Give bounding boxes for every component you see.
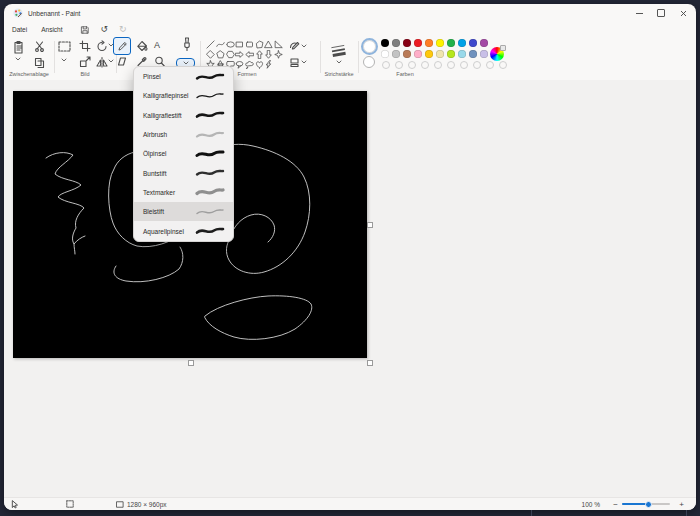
brush-menu-item[interactable]: Bleistift <box>134 202 233 221</box>
color-swatch[interactable] <box>392 39 400 47</box>
empty-color-slot[interactable] <box>395 61 403 69</box>
shape-arrow-left-icon[interactable] <box>245 49 255 59</box>
shape-heart-icon[interactable] <box>254 59 264 69</box>
pencil-tool-button[interactable] <box>113 37 131 55</box>
shape-line-icon[interactable] <box>206 39 216 49</box>
color-swatch[interactable] <box>447 50 455 58</box>
zoom-out-button[interactable]: − <box>613 498 618 510</box>
color-swatch[interactable] <box>403 50 411 58</box>
maximize-button[interactable] <box>650 4 672 22</box>
zoom-slider[interactable] <box>622 498 670 510</box>
crop-button[interactable] <box>79 40 91 52</box>
redo-button[interactable]: ↻ <box>119 25 127 34</box>
color-swatch[interactable] <box>436 39 444 47</box>
shape-curve-icon[interactable] <box>216 39 226 49</box>
empty-color-slot[interactable] <box>499 61 507 69</box>
color-swatch[interactable] <box>436 50 444 58</box>
brush-tool-button[interactable] <box>181 37 193 53</box>
color-swatch[interactable] <box>425 39 433 47</box>
text-tool-button[interactable]: A <box>154 40 160 50</box>
undo-button[interactable]: ↺ <box>101 25 109 34</box>
zoom-slider-track[interactable] <box>622 503 670 505</box>
shape-triangle-icon[interactable] <box>264 39 274 49</box>
color-swatch[interactable] <box>392 50 400 58</box>
shape-arrow-up-icon[interactable] <box>254 49 264 59</box>
stroke-width-dropdown-chevron-icon[interactable] <box>336 60 342 64</box>
outline-dropdown-chevron-icon[interactable] <box>301 44 307 48</box>
select-dropdown-chevron-icon[interactable] <box>61 58 67 62</box>
shape-outline-button[interactable] <box>289 41 300 52</box>
fill-tool-button[interactable] <box>136 40 148 52</box>
eraser-tool-button[interactable] <box>116 56 128 67</box>
taskbar-detail <box>686 510 687 516</box>
empty-color-slot[interactable] <box>447 61 455 69</box>
brush-menu-item[interactable]: Kalligrafiestift <box>134 106 233 125</box>
color-swatch[interactable] <box>403 39 411 47</box>
menu-datei[interactable]: Datei <box>6 24 33 35</box>
empty-color-slot[interactable] <box>421 61 429 69</box>
zoom-in-button[interactable]: + <box>679 498 684 510</box>
shape-rounded-rectangle-icon[interactable] <box>245 39 255 49</box>
brush-menu-item[interactable]: Aquarellpinsel <box>134 221 233 240</box>
shape-rectangle-icon[interactable] <box>235 39 245 49</box>
shape-lightning-icon[interactable] <box>264 59 274 69</box>
shape-right-triangle-icon[interactable] <box>274 39 284 49</box>
shape-arrow-down-icon[interactable] <box>264 49 274 59</box>
color-swatch[interactable] <box>447 39 455 47</box>
paste-dropdown-chevron-icon[interactable] <box>15 57 21 61</box>
color-swatch[interactable] <box>469 39 477 47</box>
color-swatch[interactable] <box>458 50 466 58</box>
canvas-resize-handle-corner[interactable] <box>367 360 373 366</box>
color1-selector[interactable] <box>361 38 378 55</box>
shape-fill-button[interactable] <box>289 57 300 68</box>
stroke-width-button[interactable] <box>330 43 347 61</box>
color-swatch[interactable] <box>469 50 477 58</box>
flip-button[interactable] <box>96 56 108 68</box>
shape-hexagon-icon[interactable] <box>225 49 235 59</box>
menu-ansicht[interactable]: Ansicht <box>35 24 68 35</box>
color-swatch[interactable] <box>480 50 488 58</box>
shape-polygon-icon[interactable] <box>254 39 264 49</box>
empty-color-slot[interactable] <box>382 61 390 69</box>
color-swatch[interactable] <box>414 39 422 47</box>
rotate-button[interactable] <box>96 40 108 52</box>
shape-oval-callout-icon[interactable] <box>235 59 245 69</box>
paste-button[interactable] <box>12 40 25 55</box>
color2-selector[interactable] <box>363 56 375 68</box>
brush-menu-item[interactable]: Ölpinsel <box>134 144 233 163</box>
select-button[interactable] <box>58 41 71 52</box>
cut-button[interactable] <box>34 41 45 52</box>
resize-button[interactable] <box>79 56 91 68</box>
color-swatch[interactable] <box>458 39 466 47</box>
empty-color-slot[interactable] <box>486 61 494 69</box>
color-swatch[interactable] <box>425 50 433 58</box>
fill-dropdown-chevron-icon[interactable] <box>301 60 307 64</box>
brush-menu-item[interactable]: Textmarker <box>134 183 233 202</box>
empty-color-slot[interactable] <box>434 61 442 69</box>
brush-menu-item[interactable]: Airbrush <box>134 125 233 144</box>
close-button[interactable] <box>672 4 694 22</box>
empty-color-slot[interactable] <box>473 61 481 69</box>
zoom-slider-thumb[interactable] <box>645 501 652 508</box>
shape-diamond-icon[interactable] <box>206 49 216 59</box>
shape-ellipse-icon[interactable] <box>225 39 235 49</box>
empty-color-slot[interactable] <box>408 61 416 69</box>
shape-cloud-callout-icon[interactable] <box>245 59 255 69</box>
minimize-button[interactable] <box>628 4 650 22</box>
brush-menu-item[interactable]: Kalligrafiepinsel <box>134 86 233 105</box>
color-swatch[interactable] <box>480 39 488 47</box>
shape-pentagon-icon[interactable] <box>216 49 226 59</box>
brush-menu-item[interactable]: Pinsel <box>134 67 233 86</box>
canvas-resize-handle-bottom[interactable] <box>188 360 194 366</box>
empty-color-slot[interactable] <box>460 61 468 69</box>
color-swatch[interactable] <box>414 50 422 58</box>
brush-menu-item[interactable]: Buntstift <box>134 163 233 182</box>
shape-four-point-star-icon[interactable] <box>274 49 284 59</box>
save-button[interactable] <box>80 25 90 35</box>
edit-colors-button[interactable] <box>490 47 504 61</box>
color-swatch[interactable] <box>381 50 389 58</box>
copy-button[interactable] <box>34 57 45 68</box>
color-swatch[interactable] <box>381 39 389 47</box>
canvas-resize-handle-right[interactable] <box>367 222 373 228</box>
shape-arrow-right-icon[interactable] <box>235 49 245 59</box>
